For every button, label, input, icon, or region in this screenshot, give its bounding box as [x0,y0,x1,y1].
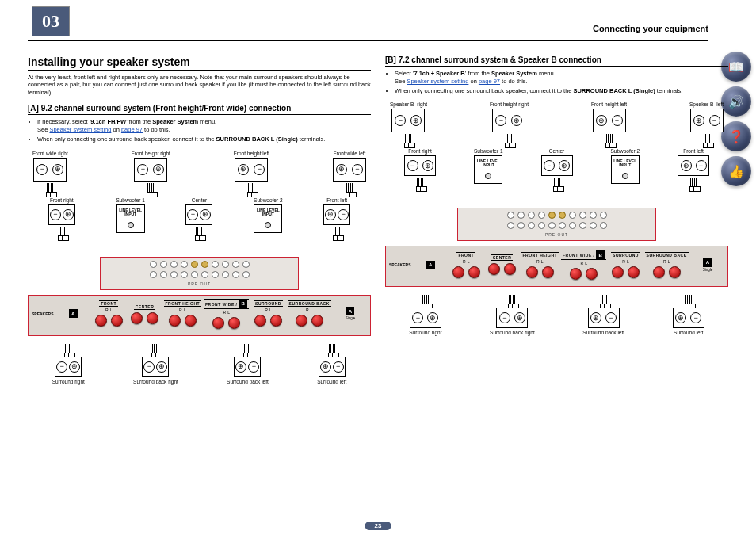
preout-panel-b: PRE OUT [457,208,656,241]
right-column: [B] 7.2 channel surround system & Speake… [385,16,728,483]
preout-panel: PRE OUT [100,257,299,290]
intro-text: At the very least, front left and right … [28,74,371,96]
speaker-system-setting-link-b[interactable]: Speaker system setting [407,78,468,85]
section-a-bullets: If necessary, select '9.1ch FH/FW' from … [28,118,371,143]
left-column: Installing your speaker system At the ve… [28,16,371,483]
speaker-terminal-panel-b: SPEAKERS A FRONTRL CENTER FRONT HEIGHTRL… [385,246,728,287]
section-b-heading: [B] 7.2 channel surround system & Speake… [385,55,728,67]
main-heading: Installing your speaker system [28,55,371,71]
diagram-b: Speaker B- right−⊕ Front height right−⊕ … [385,101,728,434]
page-number: 23 [365,522,391,530]
page-97-link-b[interactable]: page 97 [479,78,500,85]
page-97-link[interactable]: page 97 [121,126,143,133]
speaker-system-setting-link[interactable]: Speaker system setting [49,126,111,133]
section-a-heading: [A] 9.2 channel surround system (Front h… [28,104,371,115]
diagram-a: Front wide right−⊕ Front height right−⊕ … [28,151,371,483]
speaker-terminal-panel-a: SPEAKERS A FRONTRL CENTER FRONT HEIGHTRL… [28,295,371,336]
section-b-bullets: Select '7.1ch + Speaker B' from the Spea… [385,70,728,95]
